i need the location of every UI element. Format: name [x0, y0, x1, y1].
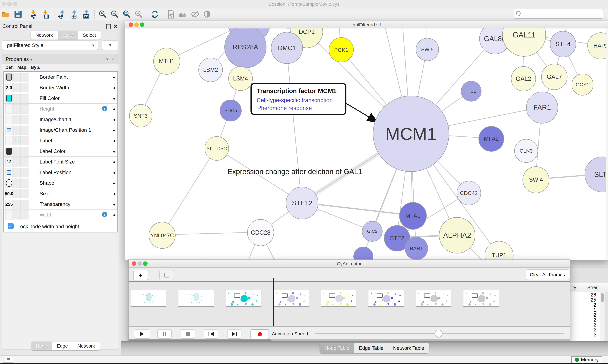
expand-property-icon[interactable]: ◂ [113, 170, 115, 175]
bypass-cell[interactable] [21, 147, 28, 156]
expand-property-icon[interactable]: ◂ [113, 201, 115, 207]
table-column-headers[interactable]: ity Stres [570, 283, 608, 292]
record-button[interactable] [250, 329, 269, 339]
pause-button[interactable] [157, 329, 172, 339]
mapping-cell[interactable] [13, 147, 21, 156]
task-history-button[interactable]: ☰ [3, 357, 13, 363]
table-vertical-scrollbar[interactable] [600, 292, 605, 341]
expand-property-icon[interactable]: ◂ [113, 95, 115, 101]
style-dropdown[interactable]: galFiltered Style ▾ [2, 40, 98, 50]
import-network-button[interactable] [29, 9, 39, 19]
expand-property-icon[interactable]: ◂ [113, 180, 115, 186]
default-cell[interactable] [5, 210, 13, 220]
apply-layout-button[interactable] [150, 9, 160, 19]
default-cell[interactable] [5, 168, 13, 177]
expand-property-icon[interactable]: ◂ [113, 148, 115, 154]
network-node-swi4[interactable]: SWI4 [523, 166, 549, 193]
network-node-pdc5[interactable]: PDC5 [220, 100, 242, 121]
expand-property-icon[interactable]: ◂ [113, 85, 115, 91]
tab-edge-table[interactable]: Edge Table [354, 343, 388, 353]
mapping-cell[interactable] [13, 168, 21, 177]
table-cell[interactable]: 25 [570, 298, 600, 302]
table-cell[interactable]: 2 [570, 302, 600, 308]
color-swatch[interactable] [6, 148, 12, 155]
default-value[interactable]: 50.0 [5, 191, 14, 196]
annotation-callout[interactable]: Transcription factor MCM1 Cell-type-spec… [250, 83, 346, 115]
property-row-border-width[interactable]: 2.0Border Width◂ [4, 82, 117, 93]
property-row-image-chart-position-1[interactable]: Image/Chart Position 1◂ [4, 125, 117, 135]
mapping-cell[interactable] [13, 126, 21, 135]
network-file-button[interactable] [166, 9, 176, 19]
property-row-label-font-size[interactable]: 12Label Font Size◂ [4, 156, 117, 167]
tab-node[interactable]: Node [31, 341, 52, 351]
expand-property-icon[interactable]: ◂ [113, 74, 115, 80]
skip-start-button[interactable] [204, 329, 218, 339]
property-row-label[interactable]: ⋮›Label◂ [4, 135, 117, 146]
expand-property-icon[interactable]: ◂ [113, 191, 115, 196]
frame-thumbnail-1[interactable] [178, 290, 214, 306]
bypass-cell[interactable] [21, 115, 28, 124]
search-sites-button[interactable] [178, 9, 188, 19]
property-row-transparency[interactable]: 255Transparency◂ [4, 199, 117, 209]
bypass-cell[interactable] [21, 73, 28, 82]
zoom-fit-button[interactable] [122, 9, 132, 19]
default-cell[interactable] [5, 136, 13, 145]
mapping-cell[interactable] [13, 179, 21, 188]
hide-details-button[interactable] [190, 9, 200, 19]
timeline-playhead[interactable] [273, 278, 274, 330]
tab-network[interactable]: Network [31, 31, 58, 39]
network-node-cln3[interactable]: CLN3 [514, 139, 538, 163]
show-details-button[interactable] [202, 9, 212, 19]
bypass-cell[interactable] [21, 168, 28, 177]
bypass-cell[interactable] [21, 94, 28, 103]
tab-edge[interactable]: Edge [52, 341, 73, 351]
position-icon[interactable] [7, 170, 11, 175]
network-node-dmc1[interactable]: DMC1 [271, 32, 303, 64]
bypass-cell[interactable] [21, 179, 28, 188]
property-row-label-color[interactable]: Label Color◂ [4, 146, 117, 156]
network-node-ynl047c[interactable]: YNL047C [149, 222, 176, 249]
frames-timeline[interactable]: 0123456789Seconds [129, 282, 570, 326]
expand-property-icon[interactable]: ◂ [113, 106, 115, 112]
annotation-link-1[interactable]: Cell-type-specific transcription [257, 97, 333, 104]
mapping-cell[interactable] [13, 115, 21, 124]
network-node-ste12[interactable]: STE12 [286, 187, 318, 219]
bypass-cell[interactable] [21, 157, 28, 167]
frame-thumbnail-7[interactable] [463, 290, 499, 306]
position-icon[interactable] [7, 128, 11, 132]
bypass-cell[interactable] [21, 189, 28, 198]
default-cell[interactable] [5, 104, 13, 114]
save-session-button[interactable] [13, 9, 23, 19]
bypass-cell[interactable] [21, 210, 28, 220]
table-cell[interactable]: 2 [570, 323, 600, 328]
memory-button[interactable]: Memory [571, 356, 602, 363]
zoom-in-button[interactable] [97, 9, 108, 19]
export-network-button[interactable] [57, 9, 68, 19]
frame-thumbnail-3[interactable] [273, 290, 309, 306]
network-node-snf3[interactable]: SNF3 [129, 104, 152, 127]
mapping-cell[interactable] [13, 200, 21, 209]
export-table-button[interactable] [69, 9, 80, 19]
property-row-height[interactable]: Heighti◂ [4, 104, 117, 114]
bypass-cell[interactable] [21, 126, 28, 135]
table-cell[interactable]: 2 [570, 333, 600, 338]
expand-property-icon[interactable]: ◂ [113, 117, 115, 122]
mapping-cell[interactable] [13, 210, 21, 220]
close-panel-icon[interactable]: ✕ [113, 23, 118, 29]
network-node-gic2[interactable]: GIC2 [362, 221, 383, 242]
network-node-lsm4[interactable]: LSM4 [228, 66, 253, 91]
zoom-selected-button[interactable] [134, 9, 144, 19]
expand-property-icon[interactable]: ◂ [113, 212, 115, 218]
speed-slider-knob[interactable] [435, 330, 442, 337]
network-node-gal7[interactable]: GAL7 [541, 64, 567, 90]
default-cell[interactable]: 50.0 [5, 189, 13, 198]
skip-end-button[interactable] [227, 329, 241, 339]
color-swatch[interactable] [6, 74, 12, 81]
network-node-gcy1[interactable]: GCY1 [572, 74, 594, 95]
default-cell[interactable]: 2.0 [5, 83, 13, 92]
cyanimator-titlebar[interactable]: CyAnimator [129, 260, 570, 268]
default-cell[interactable] [5, 94, 13, 103]
table-cell[interactable]: 2 [570, 328, 600, 333]
annotation-link-2[interactable]: Pheromone response [257, 105, 312, 111]
delete-frame-button[interactable] [159, 270, 174, 280]
